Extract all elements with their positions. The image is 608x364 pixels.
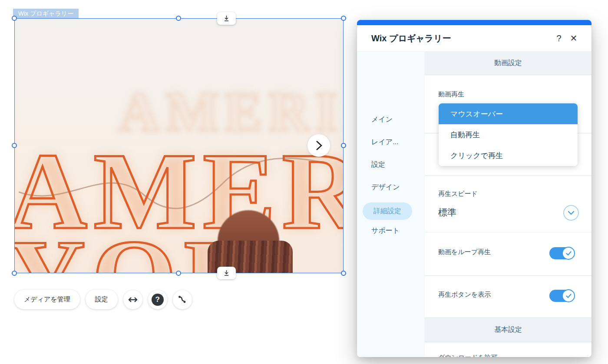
help-icon: ?	[152, 294, 164, 306]
sidebar-item-advanced-active[interactable]: 詳細設定	[363, 202, 412, 220]
resize-handle-mid-left[interactable]	[12, 143, 17, 148]
resize-handle-top-left[interactable]	[12, 16, 17, 21]
animation-button[interactable]	[173, 290, 192, 309]
download-icon	[223, 270, 230, 276]
divider	[425, 175, 591, 176]
sidebar-item-layout[interactable]: レイア...	[371, 138, 398, 147]
panel-content: 動画設定 動画再生 再生スピード 標準 動画をループ再生	[425, 52, 591, 357]
video-play-label: 動画再生	[438, 90, 464, 99]
playback-speed-label: 再生スピード	[438, 190, 478, 198]
animation-squiggle-icon	[178, 295, 187, 304]
resize-handle-bottom-left[interactable]	[12, 271, 17, 276]
manage-media-button[interactable]: メディアを管理	[14, 290, 80, 309]
resize-handle-top-center[interactable]	[176, 16, 181, 21]
divider	[425, 232, 591, 232]
loop-video-toggle-on[interactable]	[549, 247, 575, 259]
settings-button[interactable]: 設定	[86, 290, 118, 309]
resize-handle-top-right[interactable]	[341, 16, 346, 21]
resize-handle-bottom-right[interactable]	[341, 271, 346, 276]
download-button-top[interactable]	[217, 12, 236, 25]
sidebar-item-settings[interactable]: 設定	[371, 160, 385, 169]
video-play-dropdown-menu: マウスオーバー 自動再生 クリックで再生	[439, 103, 578, 166]
stretch-icon	[128, 297, 138, 303]
chevron-right-icon	[315, 140, 323, 151]
element-toolbar: メディアを管理 設定 ?	[14, 290, 192, 309]
panel-help-icon[interactable]: ?	[552, 31, 566, 46]
dropdown-option-autoplay[interactable]: 自動再生	[439, 124, 578, 145]
dropdown-option-mouseover[interactable]: マウスオーバー	[439, 103, 578, 124]
download-button-bottom[interactable]	[217, 267, 236, 279]
show-play-button-toggle-on[interactable]	[549, 290, 575, 302]
chevron-down-icon	[568, 211, 575, 215]
panel-body: メイン レイア... 設定 デザイン 詳細設定 サポート 動画設定 動画再生 再…	[357, 51, 591, 357]
toggle-knob	[562, 289, 575, 302]
section-header-basic-settings: 基本設定	[425, 318, 591, 342]
panel-close-icon[interactable]: ✕	[566, 31, 581, 46]
resize-handle-mid-right[interactable]	[341, 143, 346, 148]
sidebar-item-main[interactable]: メイン	[371, 115, 393, 124]
panel-title: Wix プロギャラリー	[371, 33, 552, 44]
panel-sidebar: メイン レイア... 設定 デザイン 詳細設定 サポート	[357, 52, 425, 357]
check-icon	[566, 294, 572, 298]
sidebar-item-design[interactable]: デザイン	[371, 183, 400, 192]
dropdown-option-click-to-play[interactable]: クリックで再生	[439, 145, 578, 166]
stretch-button[interactable]	[123, 290, 142, 309]
download-icon	[223, 15, 230, 22]
check-icon	[566, 251, 572, 256]
wix-editor-stage: Wix プロギャラリー AMERI AMERI YOU	[0, 0, 608, 364]
divider	[425, 275, 591, 276]
playback-speed-value: 標準	[438, 206, 456, 218]
resize-handle-bottom-center[interactable]	[176, 271, 181, 276]
help-button[interactable]: ?	[148, 290, 167, 309]
sidebar-item-support[interactable]: サポート	[371, 226, 400, 235]
panel-header: Wix プロギャラリー ? ✕	[357, 25, 591, 51]
selection-label: Wix プロギャラリー	[13, 9, 79, 19]
panel-accent-bar	[357, 20, 591, 25]
gallery-next-button[interactable]	[307, 134, 330, 157]
playback-speed-dropdown-button[interactable]	[563, 205, 579, 221]
gallery-photo[interactable]: AMERI AMERI YOU	[14, 18, 344, 273]
pro-gallery-settings-panel: Wix プロギャラリー ? ✕ メイン レイア... 設定 デザイン 詳細設定 …	[357, 20, 591, 357]
toggle-knob	[562, 247, 575, 260]
section-header-video-settings: 動画設定	[425, 52, 591, 75]
clipped-next-row-label: ダウンロードを許可	[438, 354, 498, 357]
show-play-button-label: 再生ボタンを表示	[438, 291, 491, 299]
loop-video-label: 動画をループ再生	[438, 248, 491, 256]
